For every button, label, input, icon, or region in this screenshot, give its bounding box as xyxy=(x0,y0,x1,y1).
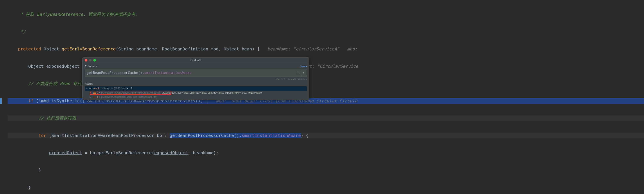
tree-row-result[interactable]: oo result = {ArrayList@2402} size = 2 xyxy=(85,86,307,90)
code-line: * 获取 EarlyBeanReference, 通常是为了解决循环参考。 xyxy=(8,12,644,17)
chevron-right-icon[interactable] xyxy=(89,92,92,94)
minimize-window-button[interactable] xyxy=(89,59,92,62)
list-item-icon xyxy=(92,95,96,99)
chevron-down-icon[interactable] xyxy=(86,87,88,90)
history-dropdown-button[interactable]: ▾ xyxy=(301,70,305,76)
code-line: } xyxy=(8,167,644,173)
panel-title: Evaluate xyxy=(83,58,309,62)
shortcut-hint: Use ⌥⇧↩ to add to Watches xyxy=(85,78,307,81)
expression-text: getBeanPostProcessorCache().smartInstant… xyxy=(87,70,192,75)
code-line: } xyxy=(8,184,644,190)
code-line-method-decl: protected Object getEarlyBeanReference(S… xyxy=(8,46,644,52)
expression-label-row: Expression: Java xyxy=(85,65,307,68)
code-line: // 执行后置处理器 xyxy=(8,115,644,121)
tree-row-item-0[interactable]: 0 = {AnnotationAwareAspectJAutoProxyCrea… xyxy=(85,90,307,95)
result-label: Result: xyxy=(85,82,307,86)
tree-node-text: 1 = {AutowiredAnnotationBeanPostProcesso… xyxy=(97,95,157,99)
code-line: exposedObject = bp.getEarlyBeanReference… xyxy=(8,150,644,156)
expand-icon[interactable] xyxy=(296,71,300,74)
panel-titlebar[interactable]: Evaluate xyxy=(83,58,309,63)
tree-node-text: result = {ArrayList@2402} size = 2 xyxy=(93,87,132,90)
selected-expression[interactable]: getBeanPostProcessorCache().smartInstant… xyxy=(170,133,301,138)
expression-label: Expression: xyxy=(85,65,98,68)
tree-row-item-1[interactable]: 1 = {AutowiredAnnotationBeanPostProcesso… xyxy=(85,95,307,99)
result-tree[interactable]: oo result = {ArrayList@2402} size = 2 0 … xyxy=(85,86,307,99)
evaluate-expression-panel[interactable]: Evaluate Expression: Java getBeanPostPro… xyxy=(82,57,309,100)
list-item-icon xyxy=(92,91,96,94)
method-signature: protected Object getEarlyBeanReference(S… xyxy=(8,46,260,52)
code-line: for (SmartInstantiationAwareBeanPostProc… xyxy=(8,133,644,138)
code-line: */ xyxy=(8,29,644,34)
window-controls xyxy=(85,59,96,62)
doc-comment: */ xyxy=(8,29,26,34)
zoom-window-button[interactable] xyxy=(93,59,96,62)
breakpoint-indicator[interactable] xyxy=(0,98,2,104)
close-window-button[interactable] xyxy=(85,59,87,62)
panel-body: Expression: Java getBeanPostProcessorCac… xyxy=(83,63,309,100)
language-dropdown[interactable]: Java xyxy=(300,65,307,68)
watch-icon: oo xyxy=(89,87,92,90)
chevron-right-icon[interactable] xyxy=(89,96,92,98)
expression-input[interactable]: getBeanPostProcessorCache().smartInstant… xyxy=(85,69,307,77)
tree-node-text: 0 = {AnnotationAwareAspectJAutoProxyCrea… xyxy=(97,91,263,94)
expression-controls: ▾ xyxy=(296,70,305,76)
inline-hint: beanName: "circularServiceA" mbd: xyxy=(260,46,358,52)
variable-exposedObject: exposedObject xyxy=(46,64,80,69)
doc-comment: * 获取 EarlyBeanReference, 通常是为了解决循环参考。 xyxy=(8,12,140,17)
